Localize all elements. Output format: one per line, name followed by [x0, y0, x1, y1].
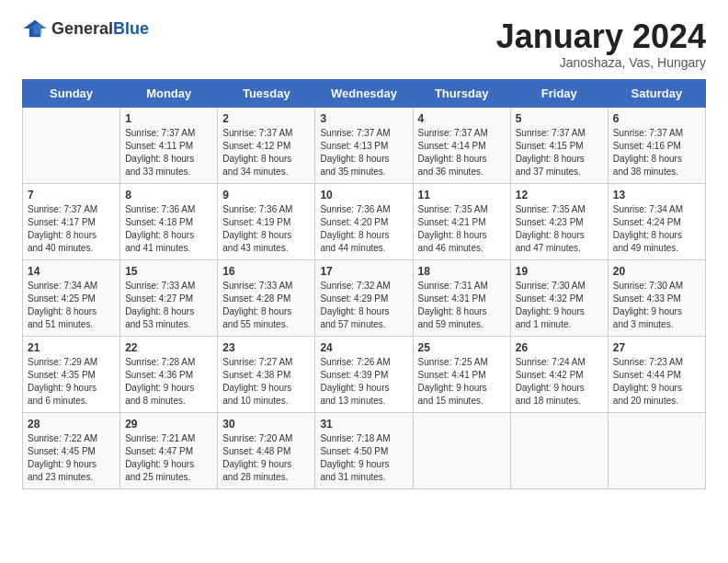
cell-info: Sunrise: 7:25 AM Sunset: 4:41 PM Dayligh… — [418, 356, 506, 408]
calendar-cell: 19Sunrise: 7:30 AM Sunset: 4:32 PM Dayli… — [510, 259, 608, 336]
day-number: 25 — [418, 341, 506, 354]
weekday-header-thursday: Thursday — [413, 79, 510, 107]
cell-info: Sunrise: 7:26 AM Sunset: 4:39 PM Dayligh… — [320, 356, 407, 408]
day-number: 17 — [320, 265, 407, 278]
calendar-week-row: 14Sunrise: 7:34 AM Sunset: 4:25 PM Dayli… — [23, 259, 706, 336]
cell-info: Sunrise: 7:31 AM Sunset: 4:31 PM Dayligh… — [418, 280, 506, 331]
day-number: 12 — [516, 189, 603, 201]
calendar-cell: 6Sunrise: 7:37 AM Sunset: 4:16 PM Daylig… — [608, 107, 705, 183]
cell-info: Sunrise: 7:33 AM Sunset: 4:27 PM Dayligh… — [125, 280, 212, 331]
calendar-cell: 28Sunrise: 7:22 AM Sunset: 4:45 PM Dayli… — [23, 412, 120, 488]
logo-general: General — [51, 19, 113, 38]
day-number: 19 — [516, 265, 603, 278]
cell-info: Sunrise: 7:30 AM Sunset: 4:33 PM Dayligh… — [613, 280, 700, 331]
cell-info: Sunrise: 7:37 AM Sunset: 4:14 PM Dayligh… — [418, 127, 506, 178]
day-number: 18 — [418, 265, 506, 278]
day-number: 13 — [613, 189, 700, 201]
cell-info: Sunrise: 7:37 AM Sunset: 4:16 PM Dayligh… — [613, 127, 700, 178]
cell-info: Sunrise: 7:36 AM Sunset: 4:20 PM Dayligh… — [320, 203, 407, 255]
day-number: 1 — [125, 112, 212, 125]
day-number: 2 — [222, 112, 310, 125]
weekday-header-friday: Friday — [510, 79, 608, 107]
cell-info: Sunrise: 7:35 AM Sunset: 4:21 PM Dayligh… — [418, 203, 506, 255]
calendar-cell: 11Sunrise: 7:35 AM Sunset: 4:21 PM Dayli… — [413, 183, 510, 259]
title-area: January 2024 Janoshaza, Vas, Hungary — [496, 18, 706, 70]
cell-info: Sunrise: 7:37 AM Sunset: 4:13 PM Dayligh… — [320, 127, 407, 178]
cell-info: Sunrise: 7:27 AM Sunset: 4:38 PM Dayligh… — [222, 356, 310, 408]
day-number: 27 — [613, 341, 700, 354]
calendar-week-row: 1Sunrise: 7:37 AM Sunset: 4:11 PM Daylig… — [23, 107, 706, 183]
header: GeneralBlue January 2024 Janoshaza, Vas,… — [22, 18, 706, 70]
weekday-header-saturday: Saturday — [608, 79, 705, 107]
calendar-cell: 16Sunrise: 7:33 AM Sunset: 4:28 PM Dayli… — [218, 259, 315, 336]
cell-info: Sunrise: 7:36 AM Sunset: 4:19 PM Dayligh… — [222, 203, 310, 255]
calendar-cell: 17Sunrise: 7:32 AM Sunset: 4:29 PM Dayli… — [315, 259, 413, 336]
calendar-cell: 30Sunrise: 7:20 AM Sunset: 4:48 PM Dayli… — [218, 412, 315, 488]
cell-info: Sunrise: 7:18 AM Sunset: 4:50 PM Dayligh… — [320, 432, 407, 484]
calendar-cell: 26Sunrise: 7:24 AM Sunset: 4:42 PM Dayli… — [510, 336, 608, 412]
day-number: 29 — [125, 418, 212, 431]
weekday-header-tuesday: Tuesday — [218, 79, 315, 107]
location-subtitle: Janoshaza, Vas, Hungary — [496, 55, 706, 70]
day-number: 30 — [222, 418, 310, 431]
calendar-week-row: 7Sunrise: 7:37 AM Sunset: 4:17 PM Daylig… — [23, 183, 706, 259]
logo-text: GeneralBlue — [51, 19, 149, 39]
calendar-cell — [510, 412, 608, 488]
day-number: 16 — [222, 265, 310, 278]
cell-info: Sunrise: 7:33 AM Sunset: 4:28 PM Dayligh… — [222, 280, 310, 331]
logo-icon — [22, 18, 48, 39]
cell-info: Sunrise: 7:37 AM Sunset: 4:11 PM Dayligh… — [125, 127, 212, 178]
cell-info: Sunrise: 7:37 AM Sunset: 4:17 PM Dayligh… — [28, 203, 115, 255]
logo-blue: Blue — [113, 19, 149, 38]
cell-info: Sunrise: 7:30 AM Sunset: 4:32 PM Dayligh… — [516, 280, 603, 331]
cell-info: Sunrise: 7:20 AM Sunset: 4:48 PM Dayligh… — [222, 432, 310, 484]
calendar-week-row: 21Sunrise: 7:29 AM Sunset: 4:35 PM Dayli… — [23, 336, 706, 412]
calendar-cell: 21Sunrise: 7:29 AM Sunset: 4:35 PM Dayli… — [23, 336, 120, 412]
weekday-header-sunday: Sunday — [23, 79, 120, 107]
cell-info: Sunrise: 7:36 AM Sunset: 4:18 PM Dayligh… — [125, 203, 212, 255]
weekday-header-wednesday: Wednesday — [315, 79, 413, 107]
day-number: 14 — [28, 265, 115, 278]
calendar-cell: 29Sunrise: 7:21 AM Sunset: 4:47 PM Dayli… — [120, 412, 218, 488]
calendar-cell: 8Sunrise: 7:36 AM Sunset: 4:18 PM Daylig… — [120, 183, 218, 259]
cell-info: Sunrise: 7:37 AM Sunset: 4:12 PM Dayligh… — [222, 127, 310, 178]
cell-info: Sunrise: 7:29 AM Sunset: 4:35 PM Dayligh… — [28, 356, 115, 408]
weekday-header-row: SundayMondayTuesdayWednesdayThursdayFrid… — [23, 79, 706, 107]
calendar-cell: 12Sunrise: 7:35 AM Sunset: 4:23 PM Dayli… — [510, 183, 608, 259]
calendar-cell: 22Sunrise: 7:28 AM Sunset: 4:36 PM Dayli… — [120, 336, 218, 412]
calendar-cell: 24Sunrise: 7:26 AM Sunset: 4:39 PM Dayli… — [315, 336, 413, 412]
calendar-cell: 25Sunrise: 7:25 AM Sunset: 4:41 PM Dayli… — [413, 336, 510, 412]
calendar-table: SundayMondayTuesdayWednesdayThursdayFrid… — [22, 79, 706, 489]
logo: GeneralBlue — [22, 18, 149, 39]
day-number: 22 — [125, 341, 212, 354]
day-number: 7 — [28, 189, 115, 201]
day-number: 4 — [418, 112, 506, 125]
calendar-cell: 7Sunrise: 7:37 AM Sunset: 4:17 PM Daylig… — [23, 183, 120, 259]
cell-info: Sunrise: 7:21 AM Sunset: 4:47 PM Dayligh… — [125, 432, 212, 484]
day-number: 9 — [222, 189, 310, 201]
cell-info: Sunrise: 7:28 AM Sunset: 4:36 PM Dayligh… — [125, 356, 212, 408]
calendar-cell: 13Sunrise: 7:34 AM Sunset: 4:24 PM Dayli… — [608, 183, 705, 259]
day-number: 24 — [320, 341, 407, 354]
cell-info: Sunrise: 7:32 AM Sunset: 4:29 PM Dayligh… — [320, 280, 407, 331]
day-number: 21 — [28, 341, 115, 354]
cell-info: Sunrise: 7:35 AM Sunset: 4:23 PM Dayligh… — [516, 203, 603, 255]
calendar-cell — [608, 412, 705, 488]
day-number: 28 — [28, 418, 115, 431]
day-number: 31 — [320, 418, 407, 431]
calendar-cell — [23, 107, 120, 183]
calendar-cell: 3Sunrise: 7:37 AM Sunset: 4:13 PM Daylig… — [315, 107, 413, 183]
cell-info: Sunrise: 7:24 AM Sunset: 4:42 PM Dayligh… — [516, 356, 603, 408]
calendar-cell: 10Sunrise: 7:36 AM Sunset: 4:20 PM Dayli… — [315, 183, 413, 259]
cell-info: Sunrise: 7:37 AM Sunset: 4:15 PM Dayligh… — [516, 127, 603, 178]
day-number: 23 — [222, 341, 310, 354]
calendar-cell: 31Sunrise: 7:18 AM Sunset: 4:50 PM Dayli… — [315, 412, 413, 488]
calendar-cell: 23Sunrise: 7:27 AM Sunset: 4:38 PM Dayli… — [218, 336, 315, 412]
calendar-cell: 14Sunrise: 7:34 AM Sunset: 4:25 PM Dayli… — [23, 259, 120, 336]
calendar-week-row: 28Sunrise: 7:22 AM Sunset: 4:45 PM Dayli… — [23, 412, 706, 488]
weekday-header-monday: Monday — [120, 79, 218, 107]
day-number: 26 — [516, 341, 603, 354]
calendar-cell: 4Sunrise: 7:37 AM Sunset: 4:14 PM Daylig… — [413, 107, 510, 183]
day-number: 5 — [516, 112, 603, 125]
calendar-cell: 15Sunrise: 7:33 AM Sunset: 4:27 PM Dayli… — [120, 259, 218, 336]
